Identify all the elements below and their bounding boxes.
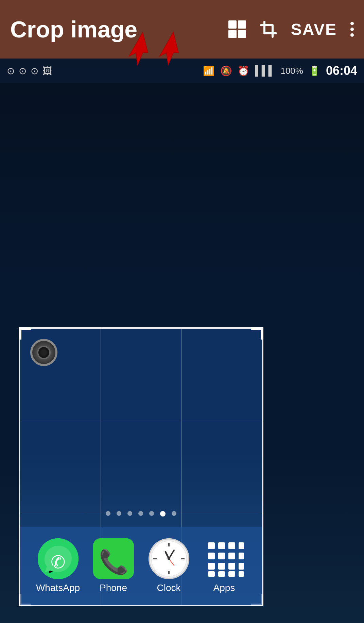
page-dot-0: [106, 511, 110, 516]
grid-icon: [228, 20, 246, 38]
svg-rect-20: [239, 542, 244, 549]
apps-label: Apps: [213, 583, 235, 593]
camera-lens: [37, 346, 51, 359]
crop-icon: [260, 20, 277, 38]
signal-bars: ▌▌▌: [255, 65, 275, 76]
camera-icon-2: ⊙: [19, 65, 27, 77]
signal-icon: 📶: [203, 65, 215, 77]
svg-rect-30: [218, 571, 225, 577]
alarm-icon: ⏰: [238, 65, 249, 77]
svg-rect-21: [208, 553, 215, 559]
page-dot-5: [160, 511, 166, 517]
grid-cell-2: [238, 20, 246, 29]
status-bar: ⊙ ⊙ ⊙ 🖼 📶 🔕 ⏰ ▌▌▌ 100% 🔋 06:04: [0, 59, 364, 83]
overlay-right: [263, 327, 364, 606]
dock-app-whatsapp[interactable]: 💬 ✆ WhatsApp: [31, 538, 85, 593]
page-dot-3: [138, 511, 143, 516]
overlay-top: [0, 83, 364, 327]
svg-rect-25: [208, 563, 215, 570]
svg-rect-18: [218, 542, 225, 549]
dock-app-phone[interactable]: 📞 Phone: [86, 538, 141, 593]
top-bar: Crop image SAVE: [0, 0, 364, 59]
clock-icon: [149, 538, 189, 579]
grid-cell-4: [238, 30, 246, 38]
phone-icon: 📞: [93, 538, 134, 579]
svg-rect-17: [208, 542, 215, 549]
dock-app-clock[interactable]: Clock: [142, 538, 196, 593]
overlay-bottom: [0, 606, 364, 623]
overlay-left: [0, 327, 19, 606]
svg-point-16: [168, 557, 170, 560]
camera-icon-1: ⊙: [7, 65, 15, 77]
phone-label: Phone: [100, 583, 127, 593]
battery-icon: 🔋: [309, 65, 320, 77]
svg-rect-23: [228, 553, 235, 559]
apps-icon: [204, 538, 245, 579]
svg-rect-26: [218, 563, 225, 570]
dot-1: [350, 22, 354, 25]
svg-rect-19: [228, 542, 235, 549]
svg-rect-22: [218, 553, 225, 559]
status-time: 06:04: [326, 64, 357, 78]
status-bar-right: 📶 🔕 ⏰ ▌▌▌ 100% 🔋 06:04: [203, 64, 357, 78]
camera-widget-icon: [30, 339, 57, 366]
main-content: ⊙ ⊙ ⊙ 🖼 📶 🔕 ⏰ ▌▌▌ 100% 🔋 06:04: [0, 59, 364, 623]
crop-button[interactable]: [260, 20, 277, 38]
page-dot-6: [172, 511, 176, 516]
toolbar-icons: SAVE: [228, 20, 354, 39]
page-dot-4: [149, 511, 154, 516]
svg-rect-29: [208, 571, 215, 577]
clock-label: Clock: [157, 583, 180, 593]
svg-rect-32: [239, 571, 244, 577]
svg-rect-24: [239, 553, 244, 559]
battery-percent: 100%: [280, 66, 303, 76]
crop-box[interactable]: 💬 ✆ WhatsApp 📞 Phone: [19, 327, 263, 606]
page-title: Crop image: [10, 16, 228, 43]
svg-text:📞: 📞: [99, 548, 128, 576]
whatsapp-label: WhatsApp: [36, 583, 80, 593]
grid-cell-1: [228, 20, 237, 29]
more-icon: [350, 20, 354, 38]
save-button[interactable]: SAVE: [291, 20, 337, 39]
page-dot-1: [117, 511, 121, 516]
page-dots: [20, 511, 262, 517]
dock-area: 💬 ✆ WhatsApp 📞 Phone: [20, 527, 262, 605]
dock-app-apps[interactable]: Apps: [197, 538, 252, 593]
svg-text:✆: ✆: [51, 552, 66, 572]
status-bar-left: ⊙ ⊙ ⊙ 🖼: [7, 65, 52, 77]
aspect-ratio-button[interactable]: [228, 20, 246, 38]
dot-3: [350, 33, 354, 37]
whatsapp-icon: 💬 ✆: [38, 538, 79, 579]
svg-rect-28: [239, 563, 244, 570]
camera-widget: [30, 339, 64, 366]
camera-icon-3: ⊙: [31, 65, 38, 77]
image-icon: 🖼: [42, 65, 52, 77]
mute-icon: 🔕: [220, 65, 232, 77]
more-options-button[interactable]: [350, 20, 354, 38]
svg-rect-27: [228, 563, 235, 570]
grid-cell-3: [228, 30, 237, 38]
svg-rect-31: [228, 571, 235, 577]
dot-2: [350, 28, 354, 31]
page-dot-2: [127, 511, 132, 516]
